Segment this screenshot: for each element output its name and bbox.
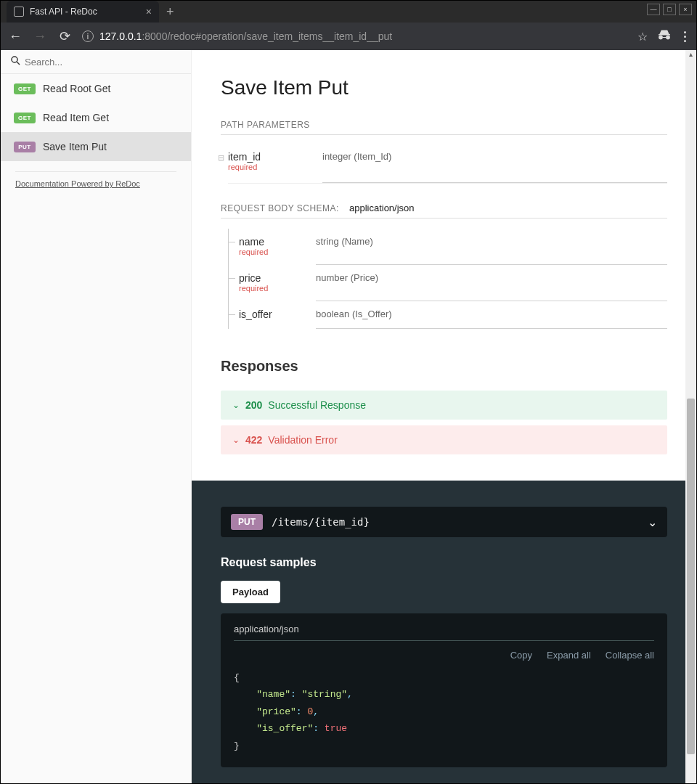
site-info-icon[interactable]: i bbox=[82, 30, 94, 42]
param-type: number (Price) bbox=[316, 265, 667, 301]
browser-toolbar: ← → ⟳ i 127.0.0.1:8000/redoc#operation/s… bbox=[1, 23, 696, 50]
body-param-row: name required string (Name) bbox=[229, 229, 667, 265]
operation-title: Save Item Put bbox=[221, 76, 667, 99]
endpoint-method: PUT bbox=[231, 514, 263, 530]
code-block: application/json Copy Expand all Collaps… bbox=[221, 613, 667, 767]
param-name: price bbox=[239, 272, 316, 284]
sidebar-item-label: Read Root Get bbox=[43, 83, 110, 94]
search-icon bbox=[11, 56, 20, 68]
response-200[interactable]: ⌄ 200 Successful Response bbox=[221, 391, 667, 420]
response-code: 200 bbox=[245, 399, 262, 411]
body-param-row: is_offer boolean (Is_Offer) bbox=[229, 301, 667, 329]
incognito-icon[interactable] bbox=[658, 30, 671, 43]
param-type: string (Name) bbox=[316, 229, 667, 265]
json-line: "name": "string", bbox=[234, 686, 654, 703]
response-text: Successful Response bbox=[268, 399, 366, 411]
chevron-down-icon: ⌄ bbox=[232, 400, 240, 410]
svg-line-1 bbox=[17, 62, 20, 65]
payload-tab[interactable]: Payload bbox=[221, 581, 280, 603]
body-param-row: price required number (Price) bbox=[229, 265, 667, 301]
param-required: required bbox=[239, 248, 316, 256]
response-code: 422 bbox=[245, 434, 262, 446]
bookmark-icon[interactable]: ☆ bbox=[637, 30, 648, 44]
back-button[interactable]: ← bbox=[8, 29, 23, 44]
sidebar-item-label: Read Item Get bbox=[43, 112, 109, 123]
param-row: ⊟ item_id required integer (Item_Id) bbox=[228, 145, 667, 184]
json-line: "is_offer": true bbox=[234, 720, 654, 737]
method-badge: GET bbox=[14, 113, 36, 123]
param-name: name bbox=[239, 236, 316, 248]
page-icon bbox=[14, 7, 24, 17]
collapse-all-button[interactable]: Collapse all bbox=[606, 650, 654, 661]
endpoint-path: /items/{item_id} bbox=[272, 516, 639, 528]
main-content: Save Item Put PATH PARAMETERS ⊟ item_id … bbox=[192, 50, 696, 783]
search-input[interactable] bbox=[25, 57, 181, 68]
window-titlebar: Fast API - ReDoc × + — □ × bbox=[1, 1, 696, 23]
sidebar-item-read-item[interactable]: GET Read Item Get bbox=[1, 103, 191, 132]
path-params-label: PATH PARAMETERS bbox=[221, 120, 667, 135]
forward-button[interactable]: → bbox=[33, 29, 47, 44]
new-tab-button[interactable]: + bbox=[166, 4, 174, 20]
sidebar-item-save-item[interactable]: PUT Save Item Put bbox=[1, 132, 191, 161]
param-required: required bbox=[228, 163, 322, 171]
scroll-thumb[interactable] bbox=[687, 399, 695, 754]
method-badge: PUT bbox=[14, 142, 36, 152]
response-422[interactable]: ⌄ 422 Validation Error bbox=[221, 425, 667, 454]
minimize-button[interactable]: — bbox=[647, 4, 660, 15]
param-type: boolean (Is_Offer) bbox=[316, 301, 667, 329]
sidebar-footer-link[interactable]: Documentation Powered by ReDoc bbox=[15, 171, 176, 188]
maximize-button[interactable]: □ bbox=[663, 4, 676, 15]
copy-button[interactable]: Copy bbox=[510, 650, 532, 661]
close-tab-icon[interactable]: × bbox=[146, 6, 152, 17]
param-required: required bbox=[239, 284, 316, 293]
body-schema-label: REQUEST BODY SCHEMA: bbox=[221, 203, 339, 213]
tree-arrow-icon: ⊟ bbox=[218, 153, 224, 163]
responses-title: Responses bbox=[221, 358, 667, 375]
sidebar-item-label: Save Item Put bbox=[43, 141, 107, 152]
json-line: { bbox=[234, 669, 654, 686]
body-schema-type: application/json bbox=[349, 203, 415, 213]
search-box[interactable] bbox=[1, 50, 191, 74]
json-line: } bbox=[234, 738, 654, 754]
sidebar: GET Read Root Get GET Read Item Get PUT … bbox=[1, 50, 192, 783]
address-bar[interactable]: i 127.0.0.1:8000/redoc#operation/save_it… bbox=[82, 30, 627, 42]
browser-tab[interactable]: Fast API - ReDoc × bbox=[7, 1, 159, 23]
endpoint-box[interactable]: PUT /items/{item_id} ⌄ bbox=[221, 507, 667, 537]
svg-point-0 bbox=[12, 57, 17, 62]
close-window-button[interactable]: × bbox=[679, 4, 692, 15]
chevron-down-icon: ⌄ bbox=[648, 515, 657, 529]
param-type: integer (Item_Id) bbox=[322, 145, 667, 183]
reload-button[interactable]: ⟳ bbox=[57, 28, 72, 44]
samples-title: Request samples bbox=[221, 556, 667, 569]
url-text: 127.0.0.1:8000/redoc#operation/save_item… bbox=[99, 30, 392, 42]
tab-title: Fast API - ReDoc bbox=[30, 7, 140, 17]
samples-panel: PUT /items/{item_id} ⌄ Request samples P… bbox=[192, 481, 696, 783]
json-line: "price": 0, bbox=[234, 703, 654, 720]
menu-icon[interactable] bbox=[681, 31, 689, 42]
param-name: item_id bbox=[228, 151, 322, 163]
sidebar-item-read-root[interactable]: GET Read Root Get bbox=[1, 74, 191, 103]
method-badge: GET bbox=[14, 83, 36, 94]
scrollbar[interactable]: ▴ bbox=[685, 50, 696, 783]
expand-all-button[interactable]: Expand all bbox=[547, 650, 591, 661]
param-name: is_offer bbox=[239, 309, 316, 320]
chevron-down-icon: ⌄ bbox=[232, 435, 240, 445]
response-text: Validation Error bbox=[268, 434, 337, 446]
content-type-label: application/json bbox=[234, 624, 654, 641]
